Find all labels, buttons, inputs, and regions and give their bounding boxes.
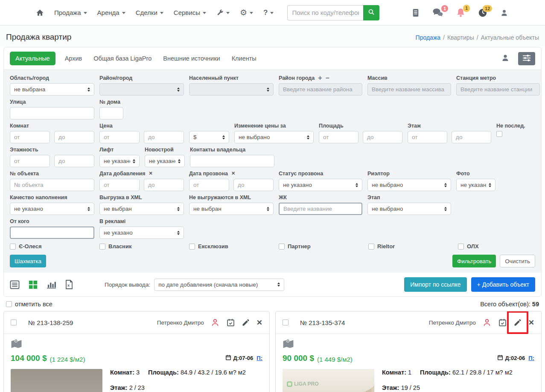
xml-export-select[interactable]: не выбран: [99, 203, 184, 215]
in-ads-select[interactable]: не указано: [99, 226, 184, 239]
price-from-input[interactable]: [99, 131, 140, 143]
rooms-to-input[interactable]: [54, 131, 94, 143]
owner-contact-icon[interactable]: [482, 318, 492, 327]
filter-clear-button[interactable]: Очистить: [500, 255, 535, 267]
floor-from-input[interactable]: [408, 131, 447, 143]
photo-select[interactable]: не указано: [456, 179, 495, 191]
call-date-link[interactable]: П:: [256, 355, 262, 361]
select-all-checkbox[interactable]: [6, 301, 12, 307]
search-input[interactable]: [287, 5, 363, 20]
checkbox-rieltor[interactable]: Rieltor: [368, 243, 453, 250]
checkbox-partner[interactable]: Партнер: [279, 243, 363, 250]
checkbox-box[interactable]: [189, 244, 195, 250]
owner-contacts-input[interactable]: [190, 155, 274, 167]
user-icon[interactable]: [501, 53, 510, 64]
tab-ligapro-base[interactable]: Общая база LigaPro: [93, 55, 152, 62]
rooms-from-input[interactable]: [10, 131, 50, 143]
map-icon[interactable]: [11, 343, 22, 351]
price-to-input[interactable]: [144, 131, 184, 143]
tab-clients[interactable]: Клиенты: [232, 55, 256, 62]
journal-icon[interactable]: [412, 9, 420, 17]
tools-menu[interactable]: [216, 9, 230, 16]
home-nav-button[interactable]: [36, 9, 44, 17]
quality-select[interactable]: не указано: [10, 203, 94, 215]
checkbox-exclusive[interactable]: Ексклюзив: [189, 243, 274, 250]
card-select-checkbox[interactable]: [283, 319, 289, 325]
close-icon[interactable]: ✕: [528, 319, 534, 326]
region-select[interactable]: не выбрана: [10, 83, 94, 96]
excel-export-icon[interactable]: x: [65, 280, 73, 289]
grid-view-icon[interactable]: [29, 280, 38, 289]
calendar-task-icon[interactable]: [226, 318, 235, 327]
date-added-from-input[interactable]: [99, 179, 140, 191]
area-from-input[interactable]: [319, 131, 358, 143]
checkbox-box[interactable]: [99, 244, 105, 250]
close-icon[interactable]: ✕: [256, 319, 262, 326]
clear-date-added-icon[interactable]: ✕: [149, 171, 152, 176]
card-select-checkbox[interactable]: [11, 319, 17, 325]
currency-select[interactable]: $: [189, 131, 229, 143]
date-added-to-input[interactable]: [144, 179, 184, 191]
profile-icon[interactable]: [500, 9, 508, 17]
add-object-button[interactable]: + Добавить объект: [471, 277, 535, 292]
date-call-to-input[interactable]: [233, 179, 274, 191]
import-by-link-button[interactable]: Импорт по ссылке: [404, 277, 466, 292]
not-last-checkbox[interactable]: [496, 131, 502, 137]
nav-item-services[interactable]: Сервисы: [174, 9, 206, 16]
nav-item-rent[interactable]: Аренда: [97, 9, 125, 16]
select-all-control[interactable]: отметить все: [6, 301, 52, 308]
call-status-select[interactable]: не указано: [279, 179, 362, 191]
property-photo[interactable]: LIGA PRO ‹ ›: [283, 369, 374, 392]
street-input[interactable]: [10, 107, 94, 119]
complex-input[interactable]: [279, 203, 362, 215]
house-no-input[interactable]: [99, 107, 123, 119]
realtor-select[interactable]: не выбрано: [367, 179, 451, 191]
object-no-input[interactable]: [10, 179, 94, 191]
area-to-input[interactable]: [363, 131, 402, 143]
tab-actual[interactable]: Актуальные: [10, 52, 55, 65]
nav-item-deals[interactable]: Сделки: [136, 9, 163, 16]
list-view-icon[interactable]: [10, 280, 20, 289]
filter-apply-button[interactable]: Фильтровать: [452, 255, 496, 267]
settings-menu[interactable]: ⚙: [240, 9, 253, 17]
checkbox-box[interactable]: [368, 244, 374, 250]
owner-contact-icon[interactable]: [210, 318, 220, 327]
help-menu[interactable]: ?: [263, 9, 274, 16]
stage-select[interactable]: не выбрано: [367, 203, 451, 215]
floors-total-to-input[interactable]: [54, 155, 94, 167]
price-change-select[interactable]: не выбрано: [234, 131, 314, 143]
clear-date-call-icon[interactable]: ✕: [231, 171, 235, 176]
breadcrumb-sales[interactable]: Продажа: [416, 34, 440, 41]
checkbox-vlasnik[interactable]: Власник: [99, 243, 184, 250]
floor-to-input[interactable]: [452, 131, 491, 143]
floors-total-from-input[interactable]: [10, 155, 50, 167]
search-button[interactable]: [363, 5, 379, 20]
messages-icon[interactable]: 1: [432, 8, 443, 17]
calendar-task-icon[interactable]: [498, 318, 507, 327]
property-photo[interactable]: [11, 369, 102, 392]
chess-view-button[interactable]: Шахматка: [10, 255, 46, 267]
from-whom-input[interactable]: [10, 226, 94, 239]
edit-icon[interactable]: [513, 318, 522, 327]
checkbox-box[interactable]: [279, 244, 285, 250]
edit-icon[interactable]: [242, 318, 250, 327]
tasks-clock-icon[interactable]: 12: [478, 8, 487, 17]
xml-not-export-select[interactable]: не выбран: [189, 203, 274, 215]
filter-settings-button[interactable]: [518, 52, 535, 65]
newbuild-select[interactable]: не указано: [145, 155, 185, 167]
elevator-select[interactable]: не указано: [99, 155, 140, 167]
nav-item-sales[interactable]: Продажа: [54, 9, 87, 16]
notifications-bell-icon[interactable]: 1: [456, 8, 465, 17]
map-icon[interactable]: [283, 343, 294, 351]
checkbox-box[interactable]: [458, 244, 464, 250]
sort-order-select[interactable]: по дате добавления (сначала новые): [154, 279, 284, 291]
tab-archive[interactable]: Архив: [65, 55, 82, 62]
checkbox-olx[interactable]: ОЛХ: [458, 243, 542, 250]
date-call-from-input[interactable]: [189, 179, 229, 191]
add-district-icon[interactable]: +: [318, 75, 322, 81]
checkbox-e-olesya[interactable]: Є-Олеся: [10, 243, 94, 250]
call-date-link[interactable]: П:: [528, 355, 534, 361]
remove-district-icon[interactable]: −: [325, 75, 329, 81]
tab-external-sources[interactable]: Внешние источники: [163, 55, 220, 62]
checkbox-box[interactable]: [10, 244, 16, 250]
